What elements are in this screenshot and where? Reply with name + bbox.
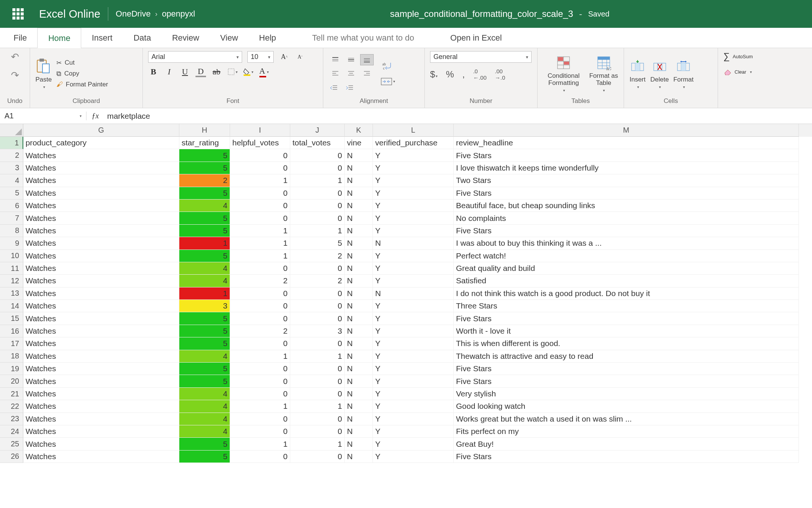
cell[interactable]: N bbox=[345, 200, 373, 212]
cell[interactable]: Y bbox=[373, 413, 454, 425]
cell[interactable]: Watches bbox=[23, 250, 179, 262]
cell[interactable]: 1 bbox=[179, 287, 230, 300]
align-top-button[interactable] bbox=[329, 54, 342, 65]
clear-button[interactable]: Clear▾ bbox=[723, 68, 752, 75]
cell[interactable]: 0 bbox=[290, 375, 345, 387]
cell[interactable]: Five Stars bbox=[454, 312, 799, 325]
cell[interactable]: Watches bbox=[23, 237, 179, 249]
cell[interactable]: Y bbox=[373, 262, 454, 275]
cell[interactable]: N bbox=[345, 413, 373, 425]
cell[interactable]: Y bbox=[373, 200, 454, 212]
cell[interactable]: 0 bbox=[230, 287, 290, 300]
cell[interactable]: N bbox=[345, 363, 373, 375]
cell[interactable]: Y bbox=[373, 300, 454, 312]
open-in-excel-button[interactable]: Open in Excel bbox=[440, 28, 512, 48]
double-underline-button[interactable]: D bbox=[195, 67, 206, 77]
cell[interactable]: N bbox=[345, 337, 373, 350]
cell[interactable]: Watches bbox=[23, 425, 179, 438]
row-header-12[interactable]: 12 bbox=[0, 275, 23, 287]
cell[interactable]: 0 bbox=[230, 312, 290, 325]
cell[interactable]: 5 bbox=[179, 312, 230, 325]
cell[interactable]: N bbox=[345, 287, 373, 300]
row-header-15[interactable]: 15 bbox=[0, 312, 23, 325]
cell[interactable]: N bbox=[345, 451, 373, 463]
font-color-button[interactable]: A▾ bbox=[259, 67, 269, 77]
cell[interactable]: 0 bbox=[290, 187, 345, 200]
cell[interactable]: N bbox=[345, 174, 373, 187]
col-header-M[interactable]: M bbox=[454, 124, 799, 137]
cell[interactable]: Thewatch is attractive and easy to read bbox=[454, 350, 799, 363]
cell[interactable]: Watches bbox=[23, 350, 179, 363]
cell[interactable]: N bbox=[373, 237, 454, 249]
row-header-18[interactable]: 18 bbox=[0, 350, 23, 363]
cell[interactable]: Watches bbox=[23, 363, 179, 375]
cell[interactable]: 2 bbox=[290, 250, 345, 262]
cell[interactable]: Watches bbox=[23, 312, 179, 325]
cell[interactable]: 0 bbox=[230, 375, 290, 387]
cell[interactable]: N bbox=[345, 300, 373, 312]
cell[interactable]: Y bbox=[373, 325, 454, 337]
app-launcher-button[interactable] bbox=[8, 8, 29, 20]
cell[interactable]: Watches bbox=[23, 400, 179, 413]
cell[interactable]: 0 bbox=[230, 149, 290, 162]
cell[interactable]: 0 bbox=[290, 451, 345, 463]
tab-file[interactable]: File bbox=[3, 28, 37, 48]
row-header-2[interactable]: 2 bbox=[0, 149, 23, 162]
row-header-16[interactable]: 16 bbox=[0, 325, 23, 337]
cell[interactable]: Y bbox=[373, 350, 454, 363]
cell[interactable]: review_headline bbox=[454, 137, 799, 149]
cell[interactable]: Watches bbox=[23, 413, 179, 425]
row-header-22[interactable]: 22 bbox=[0, 400, 23, 413]
cell[interactable]: 1 bbox=[290, 174, 345, 187]
row-header-13[interactable]: 13 bbox=[0, 287, 23, 300]
delete-cells-button[interactable]: Delete▾ bbox=[650, 58, 669, 89]
row-header-20[interactable]: 20 bbox=[0, 375, 23, 387]
align-middle-button[interactable] bbox=[344, 54, 358, 65]
cell[interactable]: 4 bbox=[179, 200, 230, 212]
row-header-23[interactable]: 23 bbox=[0, 413, 23, 425]
paste-button[interactable]: Paste ▾ bbox=[35, 58, 52, 89]
cell[interactable]: 4 bbox=[179, 425, 230, 438]
cell[interactable]: helpful_votes bbox=[230, 137, 290, 149]
cell[interactable]: N bbox=[345, 225, 373, 237]
cell[interactable]: 1 bbox=[230, 174, 290, 187]
cell[interactable]: 0 bbox=[290, 425, 345, 438]
cell[interactable]: Watches bbox=[23, 438, 179, 450]
cell[interactable]: Works great but the watch a used it on w… bbox=[454, 413, 799, 425]
cell[interactable]: 0 bbox=[290, 363, 345, 375]
cell[interactable]: 0 bbox=[230, 425, 290, 438]
cell[interactable]: N bbox=[345, 325, 373, 337]
cell[interactable]: 4 bbox=[179, 262, 230, 275]
cell[interactable]: 1 bbox=[230, 350, 290, 363]
percent-button[interactable]: % bbox=[446, 69, 454, 80]
cell[interactable]: Y bbox=[373, 162, 454, 174]
cell[interactable]: N bbox=[345, 237, 373, 249]
col-header-K[interactable]: K bbox=[345, 124, 373, 137]
cell[interactable]: Y bbox=[373, 187, 454, 200]
insert-cells-button[interactable]: Insert▾ bbox=[629, 58, 646, 89]
cell[interactable]: total_votes bbox=[290, 137, 345, 149]
cell[interactable]: Watches bbox=[23, 174, 179, 187]
cells-area[interactable]: product_categorystar_ratinghelpful_votes… bbox=[23, 137, 812, 463]
cell[interactable]: I was about to buy this thinking it was … bbox=[454, 237, 799, 249]
cell[interactable]: Watches bbox=[23, 337, 179, 350]
cell[interactable]: Good looking watch bbox=[454, 400, 799, 413]
cell[interactable]: Y bbox=[373, 212, 454, 224]
cell[interactable]: I love thiswatch it keeps time wonderful… bbox=[454, 162, 799, 174]
cell[interactable]: 5 bbox=[179, 250, 230, 262]
cell[interactable]: 0 bbox=[290, 388, 345, 400]
tell-me-input[interactable]: Tell me what you want to do bbox=[301, 28, 424, 48]
cell[interactable]: 0 bbox=[290, 287, 345, 300]
cell[interactable]: 4 bbox=[179, 413, 230, 425]
decrease-indent-button[interactable] bbox=[329, 83, 339, 93]
doc-name[interactable]: sample_conditional_formatting_color_scal… bbox=[390, 9, 573, 19]
cell[interactable]: Watches bbox=[23, 388, 179, 400]
cell[interactable]: 4 bbox=[179, 400, 230, 413]
cell[interactable]: 1 bbox=[230, 250, 290, 262]
cell[interactable]: Five Stars bbox=[454, 149, 799, 162]
cell[interactable]: N bbox=[345, 438, 373, 450]
cell[interactable]: N bbox=[345, 149, 373, 162]
font-size-combo[interactable]: 10▾ bbox=[247, 51, 274, 63]
row-header-4[interactable]: 4 bbox=[0, 174, 23, 187]
select-all-corner[interactable] bbox=[0, 124, 23, 137]
